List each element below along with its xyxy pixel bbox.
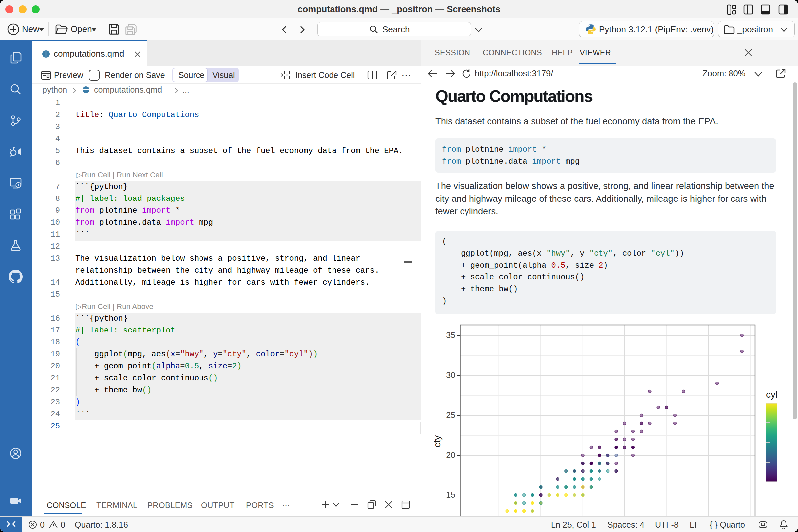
svg-text:25: 25 xyxy=(446,410,455,420)
svg-text:15: 15 xyxy=(446,490,455,499)
svg-text:cty: cty xyxy=(432,435,442,447)
svg-text:cyl: cyl xyxy=(766,390,777,400)
svg-text:20: 20 xyxy=(446,450,455,459)
svg-text:30: 30 xyxy=(446,370,455,380)
svg-text:35: 35 xyxy=(446,330,455,340)
